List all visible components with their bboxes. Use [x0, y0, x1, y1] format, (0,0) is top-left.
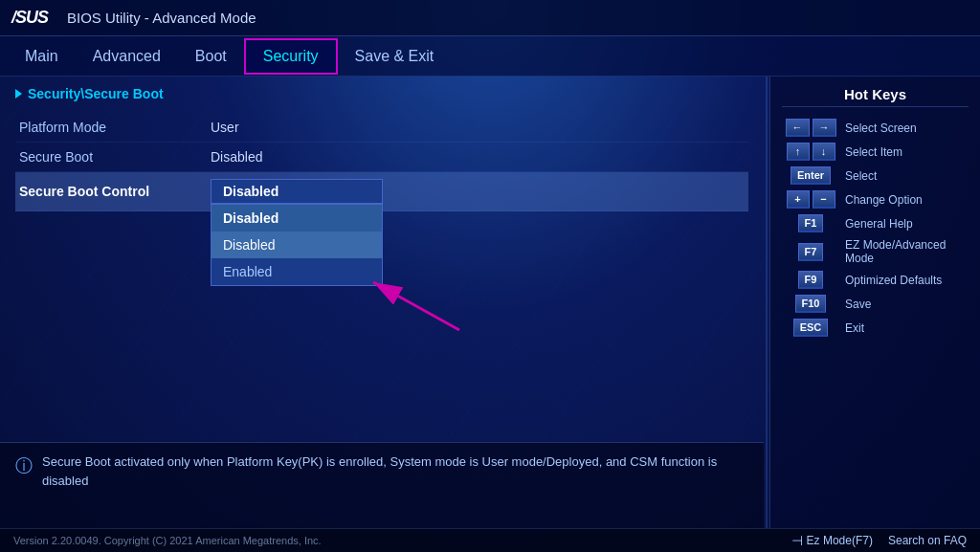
setting-row-secure-boot-control[interactable]: Secure Boot Control Disabled Disabled Di… [15, 172, 748, 211]
key-up-arrow[interactable]: ↑ [787, 143, 810, 161]
secure-boot-label: Secure Boot [19, 149, 211, 165]
hotkey-keys-plus-minus: + − [782, 190, 839, 209]
ez-mode-button[interactable]: ⊣ Ez Mode(F7) [791, 533, 873, 548]
hotkey-enter: Enter Select [782, 166, 969, 185]
nav-item-main[interactable]: Main [8, 40, 76, 73]
content-area: Security\Secure Boot Platform Mode User … [0, 77, 980, 528]
hotkey-desc-f7: EZ Mode/Advanced Mode [845, 238, 969, 265]
hotkey-keys-esc: ESC [782, 319, 839, 337]
key-right-arrow[interactable]: → [813, 119, 836, 137]
asus-logo: /SUS [11, 8, 48, 28]
hotkey-select-screen: ← → Select Screen [782, 119, 969, 137]
hotkey-desc-change-option: Change Option [845, 193, 923, 207]
version-bar: Version 2.20.0049. Copyright (C) 2021 Am… [0, 528, 980, 552]
hotkey-keys-arrows-lr: ← → [782, 119, 839, 137]
key-down-arrow[interactable]: ↓ [813, 143, 835, 161]
breadcrumb: Security\Secure Boot [15, 86, 748, 101]
dropdown-container[interactable]: Disabled Disabled Disabled Enabled [211, 179, 383, 204]
header-bar: /SUS BIOS Utility - Advanced Mode [0, 0, 980, 36]
dropdown-selected[interactable]: Disabled [211, 179, 383, 204]
hotkey-f7: F7 EZ Mode/Advanced Mode [782, 238, 969, 265]
hotkey-desc-esc: Exit [845, 321, 864, 335]
settings-table: Platform Mode User Secure Boot Disabled … [15, 113, 748, 211]
key-esc[interactable]: ESC [793, 319, 829, 337]
hotkey-esc: ESC Exit [782, 319, 969, 337]
ez-mode-icon: ⊣ [791, 533, 803, 548]
hotkey-desc-select-item: Select Item [845, 145, 902, 159]
platform-mode-value: User [211, 120, 239, 135]
hotkey-f1: F1 General Help [782, 214, 969, 232]
ez-mode-label: Ez Mode(F7) [807, 534, 873, 547]
info-panel: ⓘ Secure Boot activated only when Platfo… [0, 442, 764, 528]
version-text: Version 2.20.0049. Copyright (C) 2021 Am… [13, 535, 322, 546]
hotkey-desc-f10: Save [845, 298, 871, 311]
left-panel: Security\Secure Boot Platform Mode User … [0, 77, 764, 528]
hotkeys-title: Hot Keys [782, 86, 969, 107]
key-f7[interactable]: F7 [798, 243, 824, 261]
setting-row-platform-mode: Platform Mode User [15, 113, 748, 143]
svg-line-1 [373, 282, 459, 330]
dropdown-option-disabled-1[interactable]: Disabled [212, 205, 382, 232]
setting-row-secure-boot: Secure Boot Disabled [15, 143, 748, 172]
key-enter[interactable]: Enter [791, 166, 831, 185]
hotkey-change-option: + − Change Option [782, 190, 969, 209]
hotkeys-panel: Hot Keys ← → Select Screen ↑ ↓ Select It… [769, 77, 980, 528]
hotkey-keys-f1: F1 [782, 214, 839, 232]
hotkey-desc-f9: Optimized Defaults [845, 274, 942, 287]
key-left-arrow[interactable]: ← [786, 119, 810, 137]
key-minus[interactable]: − [813, 190, 835, 209]
nav-bar: Main Advanced Boot Security Save & Exit [0, 36, 980, 77]
nav-item-save-exit[interactable]: Save & Exit [338, 40, 452, 73]
secure-boot-control-label: Secure Boot Control [19, 184, 211, 199]
hotkey-desc-f1: General Help [845, 217, 913, 231]
version-right: ⊣ Ez Mode(F7) Search on FAQ [791, 533, 967, 548]
hotkey-keys-enter: Enter [782, 166, 839, 185]
platform-mode-label: Platform Mode [19, 120, 211, 135]
nav-item-advanced[interactable]: Advanced [76, 40, 178, 73]
nav-item-boot[interactable]: Boot [178, 40, 244, 73]
hotkey-keys-f10: F10 [782, 295, 839, 313]
secure-boot-value: Disabled [211, 149, 262, 165]
info-icon: ⓘ [15, 454, 33, 477]
key-f9[interactable]: F9 [798, 271, 824, 289]
key-f1[interactable]: F1 [798, 214, 824, 232]
arrow-indicator [354, 263, 469, 343]
vertical-divider [766, 77, 768, 528]
bios-title: BIOS Utility - Advanced Mode [67, 10, 256, 26]
dropdown-option-disabled-2[interactable]: Disabled [212, 232, 382, 258]
search-faq-button[interactable]: Search on FAQ [888, 534, 967, 547]
hotkey-select-item: ↑ ↓ Select Item [782, 143, 969, 161]
hotkey-desc-select-screen: Select Screen [845, 121, 917, 135]
hotkey-desc-select: Select [845, 169, 877, 183]
key-f10[interactable]: F10 [795, 295, 827, 313]
info-text: Secure Boot activated only when Platform… [42, 453, 748, 490]
hotkey-keys-f7: F7 [782, 243, 839, 261]
hotkey-f10: F10 Save [782, 295, 969, 313]
hotkey-keys-f9: F9 [782, 271, 839, 289]
key-plus[interactable]: + [787, 190, 810, 209]
hotkey-f9: F9 Optimized Defaults [782, 271, 969, 289]
nav-item-security[interactable]: Security [244, 38, 338, 75]
hotkey-keys-arrows-ud: ↑ ↓ [782, 143, 839, 161]
